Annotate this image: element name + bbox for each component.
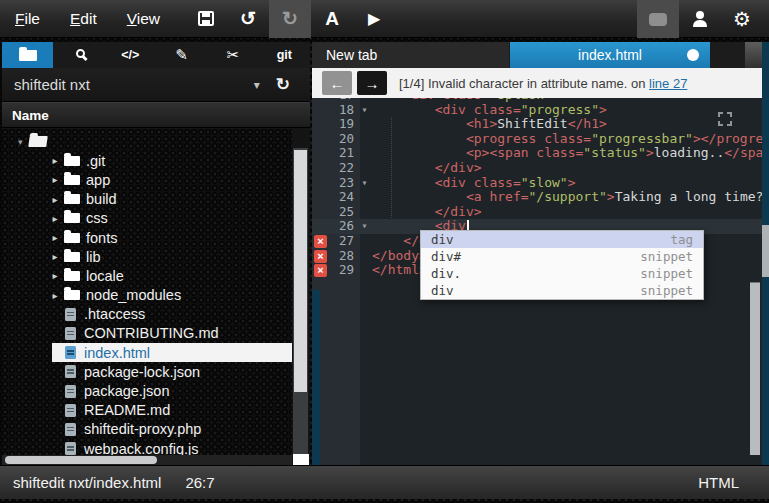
autocomplete-label: div	[431, 282, 454, 299]
tree-item-build[interactable]: ▸build	[2, 190, 292, 209]
tree-item-label: fonts	[86, 230, 117, 246]
tree-horizontal-scroll-thumb[interactable]	[5, 456, 157, 464]
tree-item-webpack.config.js[interactable]: webpack.config.js	[2, 439, 292, 456]
tree-item-css[interactable]: ▸css	[2, 209, 292, 228]
tree-item-index.html[interactable]: index.html	[52, 343, 292, 362]
error-marker-icon[interactable]: ×	[314, 250, 327, 263]
tree-item-fonts[interactable]: ▸fonts	[2, 228, 292, 247]
tree-item-label: .git	[86, 153, 105, 169]
code-line-25[interactable]: 25 </div>	[312, 205, 762, 220]
code-line-21[interactable]: 21 <p><span class="status">loading..</sp…	[312, 146, 762, 161]
redo-button[interactable]: ↻	[269, 0, 311, 38]
code-text: <div class="slow">	[372, 176, 576, 191]
tree-expander-icon[interactable]: ▸	[48, 213, 62, 224]
chat-button[interactable]	[637, 0, 679, 38]
menu-file[interactable]: File	[0, 0, 55, 38]
tab-label: index.html	[578, 47, 642, 63]
error-marker-icon[interactable]: ×	[314, 235, 327, 248]
font-button[interactable]: A	[311, 0, 353, 38]
tree-horizontal-scrollbar[interactable]	[2, 455, 292, 465]
error-marker-icon[interactable]: ×	[314, 264, 327, 277]
code-line-23[interactable]: 23▾ <div class="slow">	[312, 176, 762, 191]
error-line-link[interactable]: line 27	[649, 76, 687, 91]
file-icon	[65, 365, 76, 378]
tab-new-tab[interactable]: New tab	[312, 42, 509, 68]
tree-item-node_modules[interactable]: ▸node_modules	[2, 286, 292, 305]
autocomplete-popup: divtagdiv#snippetdiv.snippetdivsnippet	[420, 230, 704, 300]
tree-vertical-scroll-thumb[interactable]	[294, 150, 307, 392]
panel-scrollbar[interactable]	[762, 42, 769, 465]
tree-expander-icon[interactable]: ▸	[48, 174, 62, 185]
editor-scroll-thumb[interactable]	[750, 282, 760, 455]
tree-item-package.json[interactable]: package.json	[2, 381, 292, 400]
tree-vertical-scrollbar[interactable]	[293, 148, 308, 497]
fold-arrow-icon[interactable]: ▾	[357, 219, 372, 234]
sidebar-tab-files[interactable]	[2, 42, 53, 68]
unsaved-dot-icon[interactable]	[687, 49, 699, 61]
menu-view[interactable]: View	[112, 0, 175, 38]
code-line-20[interactable]: 20 <progress class="progressbar"></progr…	[312, 132, 762, 147]
autocomplete-item-div[interactable]: divsnippet	[421, 282, 703, 299]
tree-expander-icon[interactable]: ▸	[48, 194, 62, 205]
tree-expander-icon[interactable]: ▸	[48, 270, 62, 281]
tree-header: Name	[2, 102, 310, 128]
code-token: <p><span class=	[466, 145, 583, 160]
code-editor[interactable]: 17 <div class="splash">18▾ <div class="p…	[312, 98, 762, 465]
sidebar-tab-edit[interactable]: ✎	[156, 42, 207, 68]
sidebar-tab-search[interactable]	[53, 42, 104, 68]
run-button[interactable]: ▶	[353, 0, 395, 38]
tree-item-lib[interactable]: ▸lib	[2, 247, 292, 266]
tree-item-app[interactable]: ▸app	[2, 170, 292, 189]
tab-overflow-button[interactable]	[745, 42, 762, 68]
folder-icon	[64, 233, 80, 243]
menu-edit[interactable]: Edit	[55, 0, 112, 38]
fullscreen-icon[interactable]	[718, 112, 732, 126]
autocomplete-item-div#[interactable]: div#snippet	[421, 248, 703, 265]
tree-expander-icon[interactable]: ▸	[48, 290, 62, 301]
save-button[interactable]	[185, 0, 227, 38]
tree-item-label: locale	[86, 268, 124, 284]
error-position: [1/4]	[399, 76, 424, 91]
code-line-22[interactable]: 22 </div>	[312, 161, 762, 176]
tree-expander-icon[interactable]: ▸	[48, 232, 62, 243]
folder-icon	[64, 156, 80, 166]
error-text: Invalid character in attribute name. on	[428, 76, 646, 91]
tree-item-README.md[interactable]: README.md	[2, 401, 292, 420]
autocomplete-item-div.[interactable]: div.snippet	[421, 265, 703, 282]
panel-scroll-thumb[interactable]	[762, 225, 769, 277]
tree-item-.git[interactable]: ▸.git	[2, 151, 292, 170]
tree-item-package-lock.json[interactable]: package-lock.json	[2, 362, 292, 381]
sidebar-tab-git[interactable]: git	[259, 42, 310, 68]
code-token: </h1>	[568, 116, 607, 131]
prev-error-button[interactable]: ←	[322, 71, 352, 95]
project-selector[interactable]: shiftedit nxt ▾ ↻	[2, 68, 310, 102]
code-text: </body>	[372, 249, 427, 264]
status-language-mode[interactable]: HTML	[698, 474, 739, 491]
sidebar-tab-tools[interactable]: ✂	[207, 42, 258, 68]
tree-item-label: css	[86, 210, 108, 226]
arrow-left-icon: ←	[330, 75, 345, 92]
fold-arrow-icon[interactable]: ▾	[357, 103, 372, 118]
autocomplete-item-div[interactable]: divtag	[421, 231, 703, 248]
tab-index-html[interactable]: index.html	[510, 42, 710, 68]
next-error-button[interactable]: →	[357, 71, 387, 95]
fold-arrow-icon[interactable]: ▾	[357, 176, 372, 191]
tree-item-CONTRIBUTING.md[interactable]: CONTRIBUTING.md	[2, 324, 292, 343]
account-button[interactable]	[679, 0, 721, 38]
refresh-icon[interactable]: ↻	[276, 74, 290, 95]
chevron-down-icon[interactable]: ▾	[254, 78, 260, 92]
tree-expander-icon[interactable]: ▾	[18, 137, 23, 147]
tree-item-shiftedit-proxy.php[interactable]: shiftedit-proxy.php	[2, 420, 292, 439]
code-line-19[interactable]: 19 <h1>ShiftEdit</h1>	[312, 117, 762, 132]
code-line-18[interactable]: 18▾ <div class="progress">	[312, 103, 762, 118]
tree-item-locale[interactable]: ▸locale	[2, 266, 292, 285]
undo-button[interactable]: ↺	[227, 0, 269, 38]
tree-item-label: app	[86, 172, 110, 188]
sidebar-tab-snippets[interactable]: </>	[105, 42, 156, 68]
tree-expander-icon[interactable]: ▸	[48, 155, 62, 166]
tree-expander-icon[interactable]: ▸	[48, 251, 62, 262]
settings-button[interactable]: ⚙	[721, 0, 763, 38]
code-line-24[interactable]: 24 <a href="/support">Taking a long time…	[312, 190, 762, 205]
tree-item-.htaccess[interactable]: .htaccess	[2, 305, 292, 324]
tree-root[interactable]: ▾	[2, 132, 292, 151]
